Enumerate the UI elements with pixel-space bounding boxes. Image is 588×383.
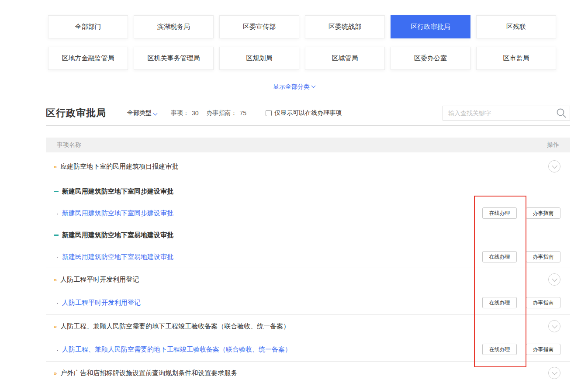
table-row: » 户外广告和店招标牌设施设置前查询规划条件和设置要求服务 [46, 362, 570, 383]
chevron-down-icon [311, 84, 316, 88]
expand-chevron-button[interactable] [548, 320, 560, 332]
item-link[interactable]: 人防工程、兼顾人民防空需要的地下工程竣工验收备案（联合验收、统一备案） [62, 345, 291, 354]
table-row: » 应建防空地下室的民用建筑项目报建审批 [46, 152, 570, 180]
guide-button[interactable]: 办事指南 [526, 251, 560, 262]
dept-button[interactable]: 区规划局 [219, 47, 299, 70]
online-handle-button[interactable]: 在线办理 [482, 207, 517, 219]
table-row: · 新建民用建筑防空地下室同步建设审批 在线办理 办事指南 [46, 202, 570, 224]
toolbar: 区行政审批局 全部类型 事项： 30 办事指南： 75 仅显示可以在线办理事项 [46, 106, 570, 121]
online-handle-button[interactable]: 在线办理 [482, 297, 517, 308]
online-only-checkbox[interactable] [266, 110, 272, 116]
guide-button[interactable]: 办事指南 [526, 297, 560, 308]
table-row: · 人防工程平时开发利用登记 在线办理 办事指南 [46, 291, 570, 314]
dept-button[interactable]: 全部部门 [48, 15, 128, 38]
dept-button-active[interactable]: 区行政审批局 [391, 15, 470, 38]
table-row: · 新建民用建筑防空地下室易地建设审批 在线办理 办事指南 [46, 246, 570, 268]
group-title: 户外广告和店招标牌设施设置前查询规划条件和设置要求服务 [60, 369, 237, 377]
dept-button[interactable]: 区委统战部 [305, 15, 385, 38]
show-all-categories-link[interactable]: 显示全部分类 [0, 83, 588, 91]
expand-chevron-button[interactable] [548, 160, 560, 173]
show-all-label: 显示全部分类 [273, 83, 310, 90]
guides-count-value: 75 [240, 110, 247, 117]
guide-button[interactable]: 办事指南 [526, 207, 560, 219]
expand-chevron-button[interactable] [548, 273, 560, 286]
name-column-header: 事项名称 [57, 141, 81, 149]
items-count-label: 事项： [171, 109, 189, 117]
sub-group-title: 新建民用建筑防空地下室同步建设审批 [62, 187, 173, 196]
dept-button[interactable]: 区委办公室 [391, 47, 470, 70]
online-handle-button[interactable]: 在线办理 [482, 251, 517, 262]
chevron-down-icon [153, 111, 158, 115]
department-filter-grid: 全部部门 滨湖税务局 区委宣传部 区委统战部 区行政审批局 区残联 区地方金融监… [48, 15, 564, 70]
item-link[interactable]: 新建民用建筑防空地下室易地建设审批 [62, 253, 173, 261]
group-title: 人防工程、兼顾人民防空需要的地下工程竣工验收备案（联合验收、统一备案） [60, 322, 290, 331]
online-only-filter: 仅显示可以在线办理事项 [266, 109, 342, 117]
item-link[interactable]: 新建民用建筑防空地下室同步建设审批 [62, 209, 173, 217]
items-table: 事项名称 操作 » 应建防空地下室的民用建筑项目报建审批 新建民用建筑防空地下室… [46, 138, 570, 383]
bullet-icon: · [56, 299, 59, 307]
dept-button[interactable]: 区委宣传部 [219, 15, 299, 38]
search-icon[interactable] [556, 107, 567, 119]
dash-icon [54, 235, 59, 236]
group-title: 应建防空地下室的民用建筑项目报建审批 [60, 162, 178, 171]
search-input[interactable] [448, 110, 556, 117]
gov-services-page: 全部部门 滨湖税务局 区委宣传部 区委统战部 区行政审批局 区残联 区地方金融监… [0, 0, 588, 383]
counts: 事项： 30 办事指南： 75 [171, 109, 254, 117]
dept-button[interactable]: 区地方金融监管局 [48, 47, 128, 70]
table-row: · 人防工程、兼顾人民防空需要的地下工程竣工验收备案（联合验收、统一备案） 在线… [46, 338, 570, 361]
type-filter-label: 全部类型 [127, 109, 152, 117]
search-box [443, 106, 570, 121]
item-link[interactable]: 人防工程平时开发利用登记 [62, 299, 141, 307]
group-arrow-icon: » [54, 370, 57, 376]
page-title: 区行政审批局 [46, 107, 106, 120]
dept-button[interactable]: 区残联 [476, 15, 556, 38]
guide-button[interactable]: 办事指南 [526, 344, 560, 355]
dept-button[interactable]: 区城管局 [305, 47, 385, 70]
table-row: » 人防工程、兼顾人民防空需要的地下工程竣工验收备案（联合验收、统一备案） [46, 315, 570, 338]
group-arrow-icon: » [54, 163, 57, 170]
bullet-icon: · [56, 346, 59, 353]
group-arrow-icon: » [54, 323, 57, 330]
action-column-header: 操作 [547, 141, 559, 149]
group-arrow-icon: » [54, 276, 57, 283]
type-filter-dropdown[interactable]: 全部类型 [127, 109, 157, 117]
dash-icon [54, 191, 59, 192]
table-header: 事项名称 操作 [46, 138, 570, 152]
table-row: 新建民用建筑防空地下室同步建设审批 [46, 180, 570, 202]
online-handle-button[interactable]: 在线办理 [482, 344, 517, 355]
bullet-icon: · [56, 253, 59, 261]
items-count-value: 30 [192, 110, 199, 117]
dept-button[interactable]: 区机关事务管理局 [134, 47, 214, 70]
table-row: 新建民用建筑防空地下室易地建设审批 [46, 224, 570, 246]
online-only-label: 仅显示可以在线办理事项 [274, 109, 342, 117]
expand-chevron-button[interactable] [548, 367, 560, 379]
group-title: 人防工程平时开发利用登记 [60, 276, 139, 284]
bullet-icon: · [56, 210, 59, 217]
toolbar-divider [46, 125, 570, 126]
dept-button[interactable]: 区市监局 [476, 47, 556, 70]
guides-count-label: 办事指南： [207, 109, 237, 117]
table-row: » 人防工程平时开发利用登记 [46, 268, 570, 291]
dept-button[interactable]: 滨湖税务局 [134, 15, 214, 38]
sub-group-title: 新建民用建筑防空地下室易地建设审批 [62, 231, 173, 239]
